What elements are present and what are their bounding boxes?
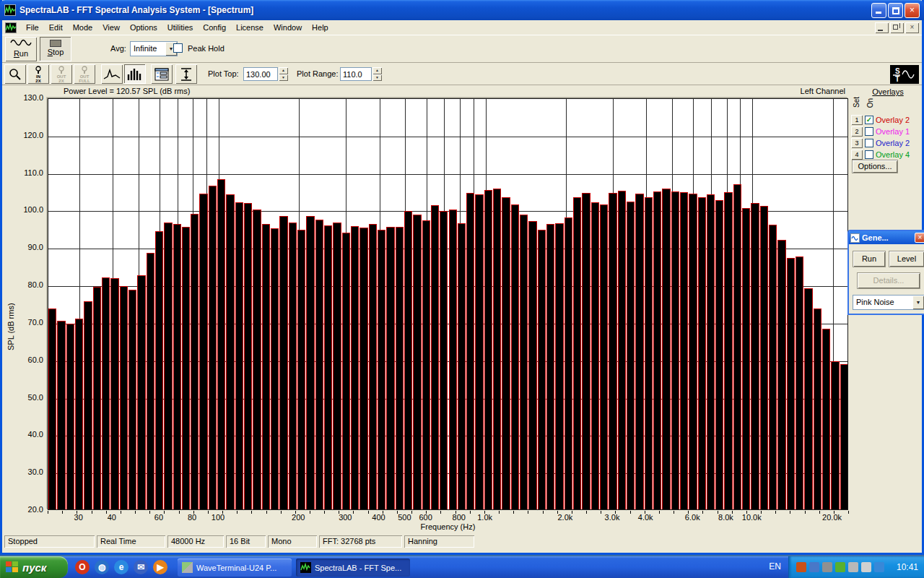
desktop: { "window": { "title": "SpectraLAB - FFT… bbox=[0, 0, 924, 578]
x-tick-label: 10.0k bbox=[742, 513, 762, 522]
spectrum-bar bbox=[814, 309, 821, 509]
overlay-on-checkbox-4[interactable] bbox=[865, 150, 873, 159]
generator-signal-select[interactable]: Pink Noise ▼ bbox=[853, 295, 924, 310]
menu-utilities[interactable]: Utilities bbox=[162, 22, 198, 33]
display-error-icon[interactable] bbox=[809, 562, 819, 572]
task-button-2[interactable]: SpectraLAB - FFT Spe... bbox=[296, 558, 410, 577]
windows-update-icon[interactable] bbox=[835, 562, 845, 572]
zoom-out-2x-button[interactable]: OUT 2X bbox=[51, 64, 72, 84]
stop-button[interactable]: Stop bbox=[40, 37, 71, 61]
menu-edit[interactable]: Edit bbox=[44, 22, 68, 33]
zoom-in-2x-button[interactable]: IN 2X bbox=[27, 64, 49, 84]
title-bar[interactable]: SpectraLAB - FFT Spectral Analysis Syste… bbox=[0, 0, 924, 20]
spectrum-bar bbox=[796, 256, 803, 509]
spectrum-bar bbox=[680, 192, 688, 509]
spectrum-bar bbox=[359, 228, 367, 509]
overlay-on-checkbox-2[interactable] bbox=[865, 127, 873, 136]
usb-icon[interactable] bbox=[861, 562, 871, 572]
plot-top-input[interactable] bbox=[243, 67, 278, 81]
run-button[interactable]: Run bbox=[5, 37, 37, 61]
volume-icon[interactable] bbox=[796, 562, 806, 572]
ie-icon[interactable]: e bbox=[114, 560, 128, 574]
run-button-label: Run bbox=[5, 49, 37, 58]
plot-range-spinner[interactable]: ▲▼ bbox=[372, 67, 382, 81]
mdi-restore-button[interactable] bbox=[890, 22, 904, 33]
task-button-1[interactable]: WaveTerminal-U24 P... bbox=[178, 558, 292, 577]
spin-down-icon[interactable]: ▼ bbox=[372, 74, 382, 82]
menu-mode[interactable]: Mode bbox=[68, 22, 98, 33]
zoom-out-full-button[interactable]: OUT FULL bbox=[74, 64, 95, 84]
overlay-on-checkbox-1[interactable]: ✓ bbox=[865, 116, 873, 124]
menu-view[interactable]: View bbox=[97, 22, 125, 33]
overlay-set-button-4[interactable]: 4 bbox=[851, 150, 863, 160]
spectrum-bar bbox=[635, 194, 643, 509]
settings-dialog-icon bbox=[154, 68, 169, 81]
zoom-button[interactable] bbox=[4, 64, 26, 84]
generator-run-button[interactable]: Run bbox=[853, 251, 885, 267]
x-tick-label: 8.0k bbox=[718, 513, 733, 522]
spectrum-bar bbox=[538, 230, 546, 509]
language-indicator[interactable]: EN bbox=[769, 561, 781, 571]
spin-up-icon[interactable]: ▲ bbox=[279, 67, 288, 74]
maximize-button[interactable] bbox=[888, 3, 903, 18]
network-icon[interactable] bbox=[874, 562, 884, 572]
spectrum-bar bbox=[733, 184, 741, 509]
globe-icon[interactable]: ◍ bbox=[95, 560, 109, 574]
spectrum-bar bbox=[324, 225, 332, 509]
generator-close-button[interactable]: × bbox=[915, 233, 924, 243]
spectrum-bar bbox=[698, 197, 706, 509]
spin-down-icon[interactable]: ▼ bbox=[279, 74, 288, 82]
spectrum-bar bbox=[422, 220, 430, 509]
spectrum-plot[interactable] bbox=[48, 98, 848, 510]
plug-icon[interactable] bbox=[848, 562, 858, 572]
spectrum-bar bbox=[787, 258, 795, 509]
overlay-set-button-3[interactable]: 3 bbox=[851, 138, 863, 148]
spectrum-bar bbox=[351, 226, 359, 509]
audio-icon[interactable] bbox=[822, 562, 832, 572]
close-button[interactable]: × bbox=[905, 3, 920, 18]
tray-icons bbox=[796, 562, 884, 572]
menu-window[interactable]: Window bbox=[269, 22, 307, 33]
chevron-down-icon[interactable]: ▼ bbox=[912, 296, 924, 309]
generator-title-bar[interactable]: Gene... × bbox=[849, 231, 924, 244]
menu-file[interactable]: File bbox=[21, 22, 44, 33]
zoom-in-2x-label-bottom: 2X bbox=[35, 79, 40, 83]
menu-config[interactable]: Config bbox=[198, 22, 231, 33]
minimize-button[interactable] bbox=[871, 3, 886, 18]
spectrum-bar bbox=[342, 233, 350, 510]
h-gridline bbox=[48, 174, 847, 175]
mdi-minimize-button[interactable] bbox=[875, 22, 889, 33]
messenger-icon[interactable]: ✉ bbox=[134, 560, 148, 574]
scale-range-button[interactable] bbox=[175, 64, 197, 84]
spectrum-bar bbox=[555, 223, 563, 509]
menu-options[interactable]: Options bbox=[125, 22, 162, 33]
plot-top-spinner[interactable]: ▲▼ bbox=[279, 67, 288, 81]
menu-help[interactable]: Help bbox=[307, 22, 334, 33]
spectrum-bar bbox=[645, 197, 653, 509]
mdi-document-icon[interactable] bbox=[5, 22, 17, 33]
display-settings-button[interactable] bbox=[151, 64, 173, 84]
opera-icon[interactable]: O bbox=[75, 560, 90, 574]
generator-details-button[interactable]: Details... bbox=[858, 273, 920, 288]
x-tick-label: 600 bbox=[419, 513, 432, 522]
spectrum-bar bbox=[689, 194, 697, 509]
x-axis-title: Frequency (Hz) bbox=[48, 522, 848, 531]
overlay-set-button-1[interactable]: 1 bbox=[851, 115, 863, 125]
spectrum-bar bbox=[742, 208, 750, 509]
overlays-title: Overlays bbox=[866, 87, 910, 96]
overlay-set-button-2[interactable]: 2 bbox=[851, 126, 863, 137]
plot-range-input[interactable] bbox=[340, 67, 372, 81]
media-player-icon[interactable]: ▶ bbox=[153, 560, 167, 574]
menu-license[interactable]: License bbox=[231, 22, 269, 33]
peak-hold-checkbox[interactable] bbox=[173, 43, 183, 53]
avg-select[interactable]: Infinite ▼ bbox=[130, 41, 178, 56]
start-button[interactable]: пуск bbox=[0, 556, 68, 578]
overlay-on-checkbox-3[interactable] bbox=[865, 139, 873, 147]
bar-plot-mode-button[interactable] bbox=[124, 64, 146, 84]
spectrum-bar bbox=[262, 224, 270, 509]
line-plot-mode-button[interactable] bbox=[101, 64, 123, 84]
spin-up-icon[interactable]: ▲ bbox=[372, 67, 382, 74]
mdi-close-button[interactable]: × bbox=[905, 22, 919, 33]
generator-level-button[interactable]: Level bbox=[889, 251, 924, 267]
overlays-options-button[interactable]: Options... bbox=[853, 160, 897, 173]
